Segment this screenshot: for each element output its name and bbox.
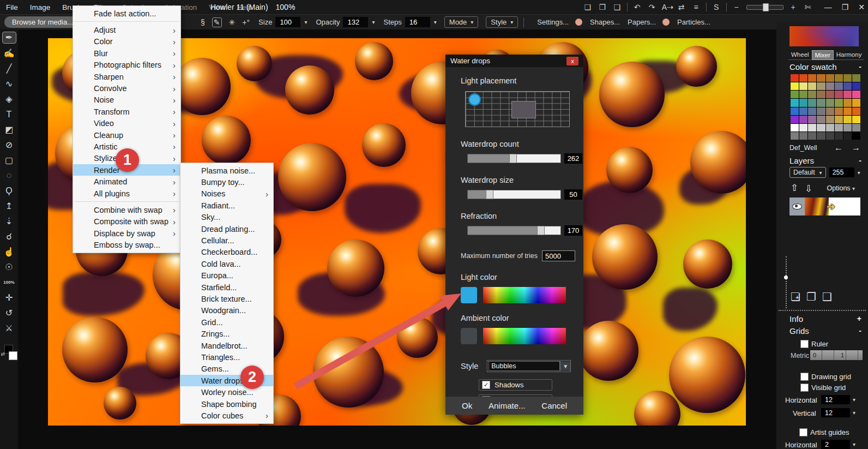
drawing-grid-checkbox[interactable] xyxy=(800,373,809,381)
minimize-button[interactable]: — xyxy=(824,3,832,11)
swatch-cell-32[interactable] xyxy=(791,107,799,115)
collapse-swatch-button[interactable]: - xyxy=(859,62,861,71)
swatch-cell-24[interactable] xyxy=(791,99,799,106)
filter-item-convolve[interactable]: Convolve› xyxy=(73,82,180,94)
swatch-cell-58[interactable] xyxy=(808,132,816,140)
swatch-cell-53[interactable] xyxy=(835,124,843,131)
swatch-cell-54[interactable] xyxy=(843,124,852,131)
swatch-cell-36[interactable] xyxy=(826,107,834,115)
filter-item-noise[interactable]: Noise› xyxy=(73,94,180,106)
swatch-cell-50[interactable] xyxy=(808,124,816,131)
curve-tool-icon[interactable]: ∿ xyxy=(3,79,16,89)
zoom-100-tool-icon[interactable]: 100% xyxy=(3,277,16,288)
render-item-shape-bombing[interactable]: Shape bombing xyxy=(180,398,273,410)
render-item-checkerboard[interactable]: Checkerboard... xyxy=(180,247,273,258)
style-select[interactable]: Bubbles ▼ xyxy=(487,360,571,372)
filter-item-emboss-by-swap[interactable]: Emboss by swap... xyxy=(73,239,180,250)
layer-opacity-value[interactable]: 255 xyxy=(829,167,854,177)
render-item-noises[interactable]: Noises› xyxy=(180,188,273,200)
render-item-radiant[interactable]: Radiant... xyxy=(180,200,273,211)
filter-item-displace-by-swap[interactable]: Displace by swap› xyxy=(73,228,180,239)
swatch-cell-59[interactable] xyxy=(817,132,825,140)
shapes-button[interactable]: Shapes... xyxy=(590,18,620,26)
zoom-slider[interactable] xyxy=(746,5,783,10)
swatch-cell-52[interactable] xyxy=(826,124,834,131)
zoom-out-icon[interactable]: − xyxy=(732,3,742,11)
restore-button[interactable]: ❐ xyxy=(842,3,849,11)
render-item-dread-plating[interactable]: Dread plating... xyxy=(180,223,273,235)
color-chips[interactable]: ⇄ xyxy=(2,345,16,361)
swatch-cell-62[interactable] xyxy=(843,132,852,140)
zoom-slider-thumb[interactable] xyxy=(763,3,769,11)
undo-icon[interactable]: ↶ xyxy=(632,3,642,11)
swatch-cell-31[interactable] xyxy=(852,99,860,106)
copy-page-icon[interactable]: ❏ xyxy=(583,3,593,11)
swatch-cell-12[interactable] xyxy=(826,82,834,90)
swatch-cell-17[interactable] xyxy=(799,91,807,98)
ok-button[interactable]: Ok xyxy=(462,401,472,410)
line-tool-icon[interactable]: ╱ xyxy=(3,63,16,74)
new-blank-layer-button[interactable]: ❑ xyxy=(822,290,832,303)
render-item-brick-texture[interactable]: Brick texture... xyxy=(180,293,273,304)
ellipse-tool-icon[interactable]: ⊘ xyxy=(3,140,16,151)
nib-angle-icon[interactable]: +° xyxy=(242,18,250,27)
light-color-spectrum[interactable] xyxy=(483,287,566,303)
filter-item-color[interactable]: Color› xyxy=(73,36,180,47)
pan-hand-tool-icon[interactable]: ☝ xyxy=(3,247,16,258)
render-item-europa[interactable]: Europa... xyxy=(180,270,273,282)
layer-down-button[interactable]: ⇧ xyxy=(805,182,812,194)
redo-icon[interactable]: ↷ xyxy=(647,3,657,11)
settings-button[interactable]: Settings... xyxy=(537,18,569,26)
size-dropdown-icon[interactable]: ▾ xyxy=(304,19,307,25)
tab-mixer[interactable]: Mixer xyxy=(812,50,834,60)
opacity-value[interactable]: 132 xyxy=(343,17,368,27)
revert-tool-icon[interactable]: ↺ xyxy=(3,308,16,319)
swatch-cell-47[interactable] xyxy=(852,116,860,123)
filter-item-adjust[interactable]: Adjust› xyxy=(73,24,180,35)
light-placement-grid[interactable] xyxy=(465,91,570,127)
render-item-zrings[interactable]: Zrings... xyxy=(180,328,273,339)
swap-arrows-icon[interactable]: ⇄ xyxy=(677,3,686,11)
browse-media-button[interactable]: Browse for media... xyxy=(4,16,81,28)
paste-page-icon[interactable]: ❐ xyxy=(598,3,607,11)
light-position-handle[interactable] xyxy=(468,93,481,106)
filter-item-transform[interactable]: Transform› xyxy=(73,106,180,117)
render-item-mandelbrot[interactable]: Mandelbrot... xyxy=(180,340,273,351)
visible-grid-checkbox[interactable] xyxy=(800,384,809,392)
dialog-title-bar[interactable]: Water drops x xyxy=(445,55,583,67)
collapse-grids-button[interactable]: - xyxy=(859,326,861,336)
swatch-cell-26[interactable] xyxy=(808,99,816,106)
swatch-cell-56[interactable] xyxy=(791,132,799,140)
swatch-cell-55[interactable] xyxy=(852,124,860,131)
filter-item-fade-last-action[interactable]: Fade last action... xyxy=(73,8,180,19)
swatch-cell-3[interactable] xyxy=(817,74,825,82)
swatch-cell-15[interactable] xyxy=(852,82,860,90)
swatch-cell-2[interactable] xyxy=(808,74,816,82)
refraction-slider[interactable] xyxy=(467,226,561,235)
vertical-dropdown-icon[interactable]: ▾ xyxy=(853,410,855,416)
tab-wheel[interactable]: Wheel xyxy=(788,50,812,60)
render-item-cellular[interactable]: Cellular... xyxy=(180,235,273,246)
layer-thumbnail[interactable] xyxy=(805,197,829,215)
swatch-cell-27[interactable] xyxy=(817,99,825,106)
light-color-swatch[interactable] xyxy=(461,287,477,303)
shadows-option[interactable]: ✓ Shadows xyxy=(479,379,552,391)
menu-file[interactable]: File xyxy=(0,0,24,14)
max-tries-input[interactable]: 5000 xyxy=(542,250,575,261)
zoom-in-icon[interactable]: + xyxy=(788,3,798,11)
rect-select-tool-icon[interactable]: ▢ xyxy=(3,155,16,166)
pushpin-tool-icon[interactable]: ⇣ xyxy=(3,216,16,227)
layer-visibility-toggle[interactable] xyxy=(789,197,805,215)
swatch-cell-45[interactable] xyxy=(835,116,843,123)
swatch-cell-19[interactable] xyxy=(817,91,825,98)
vertical-value[interactable]: 12 xyxy=(821,408,850,417)
swatch-cell-37[interactable] xyxy=(835,107,843,115)
horizontal2-dropdown-icon[interactable]: ▾ xyxy=(853,441,855,447)
swatch-cell-22[interactable] xyxy=(843,91,852,98)
swatch-cell-29[interactable] xyxy=(835,99,843,106)
swatch-cell-1[interactable] xyxy=(799,74,807,82)
swatch-cell-61[interactable] xyxy=(835,132,843,140)
swatch-cell-57[interactable] xyxy=(799,132,807,140)
swatch-cell-16[interactable] xyxy=(791,91,799,98)
scrollbar-dot[interactable] xyxy=(784,276,788,279)
